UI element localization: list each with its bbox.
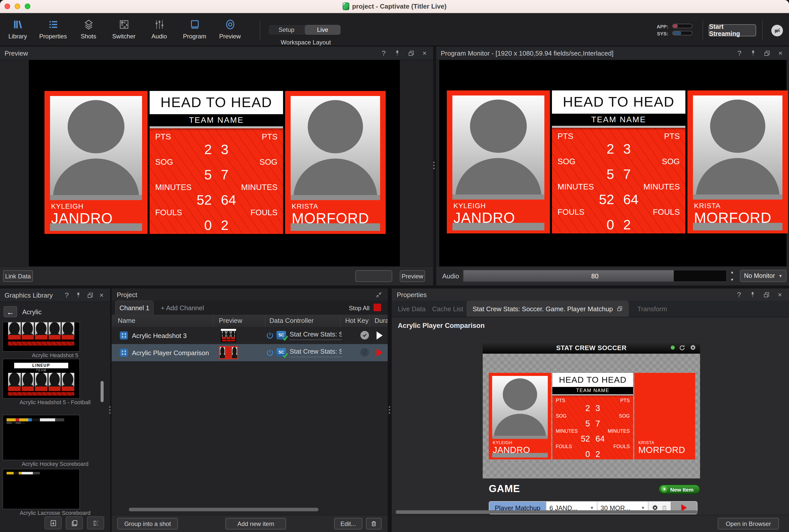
close-panel-icon[interactable]: × [776, 49, 785, 57]
edit-button[interactable]: Edit... [334, 518, 362, 530]
pin-icon[interactable] [393, 49, 401, 57]
toolbar-preview-button[interactable]: Preview [212, 13, 248, 45]
library-item-acrylic-headshot-5[interactable] [2, 322, 80, 352]
open-in-browser-button[interactable]: Open in Browser [718, 518, 779, 530]
power-toggle-icon[interactable] [266, 331, 274, 340]
tab-stat-crew-stats[interactable]: Stat Crew Stats: Soccer. Game. Player Ma… [467, 301, 629, 317]
panel-splitter-handle[interactable] [389, 406, 390, 414]
channel-tabs-row: Channel 1 + Add Channel Stop All [112, 301, 388, 315]
toolbar-library-button[interactable]: Library [0, 13, 35, 45]
library-scrollbar-thumb[interactable] [100, 381, 104, 402]
column-hot-key: Hot Key [345, 317, 369, 324]
tab-cache-list[interactable]: Cache List [430, 301, 465, 317]
refresh-icon[interactable] [679, 344, 685, 351]
channel-1-tab[interactable]: Channel 1 [115, 301, 154, 315]
project-hscrollbar-thumb[interactable] [129, 508, 318, 511]
graphic-item-icon [120, 348, 128, 357]
data-controller-value[interactable]: Stat Crew Stats: Sc [289, 330, 342, 340]
library-item-acrylic-hockey-scoreboard[interactable] [2, 415, 80, 460]
edit-graphic-button[interactable] [355, 270, 392, 282]
preview-graphic-mount: KYLEIGH JANDRO HEAD TO HEAD TEAM NAME PT… [44, 91, 386, 234]
close-panel-icon[interactable]: × [97, 291, 106, 299]
toolbar-properties-button[interactable]: Properties [35, 13, 71, 45]
game-section-title: GAME [489, 483, 520, 495]
table-row-acrylic-headshot-3[interactable]: Acrylic Headshot 3 SC Stat Crew Stats: S… [112, 327, 388, 344]
close-panel-icon[interactable]: × [776, 290, 784, 299]
stepper-up-icon[interactable]: ▲ [730, 270, 734, 274]
help-icon[interactable]: ? [735, 49, 744, 57]
float-window-icon[interactable] [763, 49, 771, 57]
properties-panel: Properties ? × Live Data Cache List Stat… [392, 288, 789, 532]
delete-item-button[interactable] [366, 518, 382, 530]
toolbar-switcher-button[interactable]: Switcher [106, 13, 142, 45]
library-item-label: Acrylic Lacrosse Scoreboard [0, 510, 110, 516]
preview-button[interactable]: Preview [400, 270, 425, 282]
link-data-button[interactable]: Link Data [3, 270, 33, 282]
monitor-output-select[interactable]: No Monitor ▼ [740, 270, 787, 282]
tab-transform[interactable]: Transform [635, 301, 669, 317]
setup-mode-button[interactable]: Setup [268, 25, 304, 35]
float-window-icon[interactable] [86, 291, 94, 299]
pin-icon[interactable] [74, 291, 82, 299]
data-controller-value[interactable]: Stat Crew Stats: Sc [289, 347, 342, 357]
stat-label-left: PTS [556, 398, 565, 403]
toolbar-shots-button[interactable]: Shots [71, 13, 106, 45]
zoom-window-button[interactable] [25, 3, 30, 9]
table-row-acrylic-player-comparison[interactable]: Acrylic Player Comparison SC Stat Crew S… [112, 344, 388, 361]
pin-icon[interactable] [749, 290, 757, 299]
minimize-window-button[interactable] [15, 3, 20, 9]
project-panel: Project Channel 1 + Add Channel Stop All… [112, 288, 388, 532]
toolbar-program-button[interactable]: Program [177, 13, 212, 45]
library-item-label: Acrylic Headshot 5 - Football [0, 399, 110, 405]
stat-value-left: 0 [591, 217, 614, 233]
gear-icon[interactable] [690, 344, 696, 351]
add-channel-button[interactable]: + Add Channel [161, 304, 204, 312]
library-item-acrylic-headshot-5-football[interactable]: LINEUP TEAM [2, 359, 80, 399]
import-graphic-icon [49, 519, 57, 527]
pin-icon[interactable] [749, 49, 757, 57]
stepper-down-icon[interactable]: ▼ [730, 278, 734, 281]
new-item-button[interactable]: + New Item [659, 484, 700, 494]
float-window-icon[interactable] [762, 290, 770, 299]
row-thumbnail [219, 346, 238, 359]
library-import-button[interactable] [44, 516, 62, 530]
play-button[interactable] [377, 331, 382, 340]
library-item-acrylic-lacrosse-scoreboard[interactable] [2, 469, 80, 509]
play-button-active[interactable] [377, 348, 382, 357]
close-panel-icon[interactable]: × [420, 49, 429, 57]
float-window-icon[interactable] [407, 49, 415, 57]
live-mode-button[interactable]: Live [304, 25, 341, 35]
stat-value-left: 52 [189, 192, 212, 208]
right-card-bar [693, 223, 783, 230]
start-streaming-button[interactable]: Start Streaming [709, 24, 756, 36]
add-new-item-button[interactable]: Add new item [225, 518, 286, 530]
collapse-panel-icon[interactable] [375, 290, 382, 299]
library-add-folder-button[interactable] [66, 516, 83, 530]
left-card-bar [50, 223, 142, 231]
tab-live-data[interactable]: Live Data [396, 301, 428, 317]
panel-splitter-handle[interactable] [433, 162, 435, 169]
toolbar-audio-button[interactable]: Audio [142, 13, 177, 45]
library-list-view-button[interactable] [87, 516, 104, 530]
audio-stepper: ▲ ▼ [730, 270, 734, 281]
back-button[interactable]: ← [3, 306, 17, 317]
audio-level-slider[interactable]: 80 [463, 270, 727, 282]
group-into-shot-button[interactable]: Group into a shot [117, 518, 178, 530]
float-tab-icon[interactable] [617, 306, 623, 312]
close-window-button[interactable] [4, 3, 10, 9]
panel-splitter-handle[interactable] [109, 406, 111, 414]
program-panel-title: Program Monitor - [1920 x 1080,59.94 fie… [441, 49, 614, 57]
help-icon[interactable]: ? [735, 290, 743, 299]
help-icon[interactable]: ? [380, 49, 388, 57]
left-player-name: KYLEIGH JANDRO [453, 202, 515, 225]
stat-label-right: PTS [262, 132, 278, 141]
stat-label-left: MINUTES [155, 183, 191, 192]
power-toggle-icon[interactable] [266, 348, 274, 357]
stop-all-button[interactable] [374, 304, 381, 311]
column-duration: Dura [375, 317, 388, 324]
graphic-title: HEAD TO HEAD [552, 373, 633, 387]
stat-row-sog: SOGSOG 57 [552, 157, 685, 182]
properties-hscrollbar-thumb[interactable] [396, 510, 697, 514]
camera-off-avatar[interactable] [771, 25, 783, 36]
help-icon[interactable]: ? [63, 291, 71, 299]
